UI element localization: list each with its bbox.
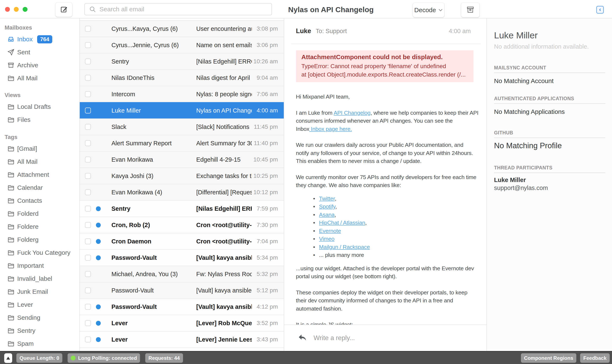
thread-checkbox[interactable] — [85, 157, 91, 162]
email-list-row[interactable]: Alert Summary ReportAlert Summary for 30… — [80, 135, 284, 151]
search-input[interactable] — [99, 6, 246, 13]
sidebar-item-spam[interactable]: Spam — [0, 337, 79, 350]
thread-checkbox[interactable] — [85, 222, 91, 228]
body-link[interactable]: API Changelog — [334, 110, 371, 116]
body-link[interactable]: HipChat / Atlassian — [319, 220, 365, 226]
body-link[interactable]: Twitter — [319, 195, 335, 202]
email-list-row[interactable]: Michael, Andrea, You (3)Fw: Nylas Press … — [80, 266, 284, 282]
thread-checkbox[interactable] — [85, 124, 91, 130]
thread-checkbox[interactable] — [85, 42, 91, 48]
email-list-row[interactable]: Luke MillerNylas on API Changelog4:00 am — [80, 102, 284, 118]
folder-icon — [7, 74, 15, 82]
email-list-row[interactable] — [80, 347, 284, 351]
sidebar-item-files[interactable]: Files — [0, 113, 79, 126]
email-list-row[interactable]: Cyrus...Kavya, Cyrus (6)User encounterin… — [80, 20, 284, 37]
sidebar-item-foldere[interactable]: Foldere — [0, 220, 79, 233]
thread-checkbox[interactable] — [85, 304, 91, 310]
sidebar-item-label: Important — [17, 262, 44, 269]
sidebar-item-all-mail[interactable]: All Mail — [0, 72, 79, 85]
chevron-left-icon: ‹ — [599, 6, 601, 13]
sidebar-item-contacts[interactable]: Contacts — [0, 194, 79, 207]
sidebar-item-inbox[interactable]: Inbox764 — [0, 33, 79, 46]
unread-dot-icon — [96, 337, 101, 342]
thread-checkbox[interactable] — [85, 91, 91, 97]
email-list-row[interactable]: Password-Vault[Vault] kavya ansible-v5:1… — [80, 282, 284, 298]
sidebar-item-folderd[interactable]: Folderd — [0, 207, 79, 220]
thread-checkbox[interactable] — [85, 173, 91, 179]
sidebar-item-sent[interactable]: Sent — [0, 46, 79, 59]
body-link[interactable]: Inbox page here. — [309, 126, 352, 132]
thread-checkbox[interactable] — [85, 206, 91, 212]
compose-button[interactable] — [55, 2, 72, 17]
body-link[interactable]: Mailgun / Rackspace — [319, 244, 370, 250]
minimize-window-button[interactable] — [14, 7, 19, 12]
thread-checkbox[interactable] — [85, 337, 91, 342]
email-list-row[interactable]: Cyrus...Jennie, Cyrus (6)Name on sent em… — [80, 37, 284, 53]
email-time: 10:12 pm — [252, 189, 284, 196]
reply-bar[interactable]: Write a reply... — [284, 325, 487, 351]
email-list-row[interactable]: Slack[Slack] Notifications11:45 pm — [80, 118, 284, 135]
statusbar-pill-requests-44[interactable]: Requests: 44 — [145, 353, 183, 363]
sidebar-item-important[interactable]: Important — [0, 259, 79, 272]
thread-checkbox[interactable] — [85, 140, 91, 146]
statusbar-left-group: Queue Length: 0Long Polling: connectedRe… — [16, 353, 183, 363]
thread-checkbox[interactable] — [85, 58, 91, 64]
email-list-row[interactable]: IntercomNylas: 8 people signed7:06 am — [80, 86, 284, 102]
sidebar-item-local-drafts[interactable]: Local Drafts — [0, 100, 79, 113]
thread-checkbox[interactable] — [85, 320, 91, 326]
message-body: Hi Mixpanel API team,I am Luke from API … — [296, 93, 481, 325]
email-list-row[interactable]: Kavya Joshi (3)Exchange tasks for th10:2… — [80, 168, 284, 184]
statusbar-pill-queue-length-0[interactable]: Queue Length: 0 — [16, 353, 62, 363]
archive-button[interactable] — [461, 3, 480, 17]
toggle-sidebar-button[interactable]: ‹ — [596, 6, 604, 14]
email-sender: Slack — [111, 124, 196, 130]
sidebar-item-calendar[interactable]: Calendar — [0, 181, 79, 194]
participant-name: Luke Miller — [494, 177, 605, 183]
thread-checkbox[interactable] — [85, 255, 91, 261]
body-link[interactable]: Evernote — [319, 228, 341, 234]
thread-checkbox[interactable] — [85, 271, 91, 277]
zoom-window-button[interactable] — [23, 7, 27, 12]
sidebar-item-archive[interactable]: Archive — [0, 59, 79, 72]
email-list-row[interactable]: Password-Vault[Vault] kavya ansible5:34 … — [80, 249, 284, 266]
email-list-row[interactable]: Evan MorikawaEdgehill 4-29-1510:45 pm — [80, 151, 284, 168]
thread-checkbox[interactable] — [85, 75, 91, 81]
sidebar-item-all-mail[interactable]: All Mail — [0, 155, 79, 168]
sidebar-item-sentry[interactable]: Sentry — [0, 324, 79, 337]
email-list-row[interactable]: Lever[Lever] Rob McQuee3:52 pm — [80, 315, 284, 331]
body-link[interactable]: Vimeo — [319, 236, 335, 242]
sidebar-item-attachment[interactable]: Attachment — [0, 168, 79, 181]
sidebar-item-gmail[interactable]: [Gmail] — [0, 142, 79, 155]
sidebar-item-lever[interactable]: Lever — [0, 298, 79, 311]
sidebar-item-invalid-label[interactable]: Invalid_label — [0, 272, 79, 285]
statusbar-pill-component-regions[interactable]: Component Regions — [521, 353, 577, 363]
email-list-row[interactable]: Cron, Rob (2)Cron <root@utility-u7:30 pm — [80, 217, 284, 233]
thread-checkbox[interactable] — [85, 189, 91, 195]
statusbar-pill-label: Feedback — [583, 355, 607, 361]
body-link[interactable]: Spotify — [319, 203, 335, 210]
statusbar-pill-long-polling-connected[interactable]: Long Polling: connected — [68, 353, 140, 363]
activity-icon[interactable] — [4, 353, 12, 363]
body-link[interactable]: Asana — [319, 212, 335, 218]
email-list-row[interactable]: Cron DaemonCron <root@utility-u7:04 pm — [80, 233, 284, 249]
send-icon — [7, 48, 15, 56]
close-window-button[interactable] — [5, 7, 10, 12]
email-list-row[interactable]: Sentry[Nilas Edgehill] ERRO10:26 am — [80, 53, 284, 69]
sidebar-item-fuck-you-category[interactable]: Fuck You Category — [0, 246, 79, 259]
sidebar-item-folderg[interactable]: Folderg — [0, 233, 79, 246]
email-list-row[interactable]: Nilas IDoneThisNilas digest for April 29… — [80, 69, 284, 86]
sidebar-item-sending[interactable]: Sending — [0, 311, 79, 324]
inbox-icon — [7, 35, 15, 43]
sidebar-item-label: All Mail — [17, 158, 38, 165]
email-list-row[interactable]: Lever[Lever] Jennie Lees (3:43 pm — [80, 331, 284, 347]
email-list-row[interactable]: Sentry[Nilas Edgehill] ERR7:59 pm — [80, 200, 284, 217]
thread-checkbox[interactable] — [85, 287, 91, 293]
decode-button[interactable]: Decode — [413, 3, 444, 17]
email-list-row[interactable]: Password-Vault[Vault] kavya ansible4:12 … — [80, 298, 284, 315]
sidebar-item-junk-email[interactable]: Junk Email — [0, 285, 79, 298]
thread-checkbox[interactable] — [85, 108, 91, 113]
thread-checkbox[interactable] — [85, 26, 91, 32]
thread-checkbox[interactable] — [85, 238, 91, 244]
email-list-row[interactable]: Evan Morikawa (4)[Differential] [Reques1… — [80, 184, 284, 200]
statusbar-pill-feedback[interactable]: Feedback — [580, 353, 610, 363]
